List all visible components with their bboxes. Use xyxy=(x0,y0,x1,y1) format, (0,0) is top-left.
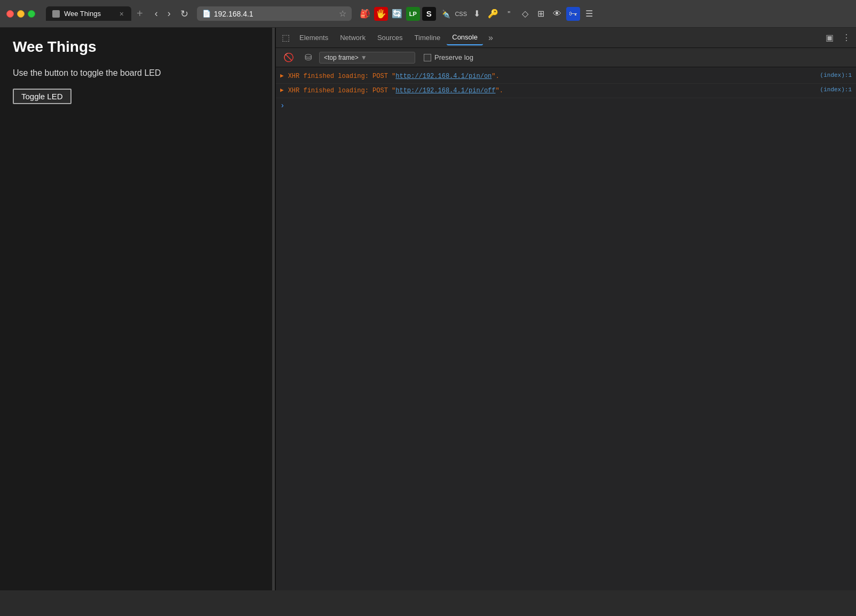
tab-more-button[interactable]: » xyxy=(484,31,497,45)
console-prompt-row: › xyxy=(276,98,856,113)
ext-stop-icon[interactable]: 🖐 xyxy=(374,7,388,21)
ext-eye-icon[interactable]: 👁 xyxy=(550,7,564,21)
devtools-toolbar-right: ▣ ⋮ xyxy=(822,30,854,45)
tab-elements[interactable]: Elements xyxy=(294,30,334,45)
ext-quote-icon[interactable]: " xyxy=(502,7,516,21)
page-title: Wee Things xyxy=(13,38,259,56)
nav-buttons: ‹ › ↻ xyxy=(150,6,193,22)
console-prompt-icon: › xyxy=(280,101,284,110)
preserve-log-label: Preserve log xyxy=(434,53,473,61)
console-clear-button[interactable]: 🚫 xyxy=(280,50,297,65)
ext-pen-icon[interactable]: ✒️ xyxy=(438,7,452,21)
preserve-log-checkbox[interactable] xyxy=(424,54,431,61)
back-button[interactable]: ‹ xyxy=(150,6,162,21)
ext-refresh-icon[interactable]: 🔄 xyxy=(390,7,404,21)
ext-menu-icon[interactable]: ☰ xyxy=(582,7,596,21)
ext-grid-icon[interactable]: ⊞ xyxy=(534,7,548,21)
ext-css-icon[interactable]: CSS xyxy=(454,7,468,21)
tab-page-icon xyxy=(52,10,60,18)
devtools-dock-button[interactable]: ▣ xyxy=(822,30,837,45)
page-content: Wee Things Use the button to toggle the … xyxy=(0,28,272,590)
minimize-button[interactable] xyxy=(17,10,25,18)
ext-key-icon[interactable]: 🔑 xyxy=(486,7,500,21)
tab-close-button[interactable]: × xyxy=(118,10,125,18)
ext-diamond-icon[interactable]: ◇ xyxy=(518,7,532,21)
new-tab-button[interactable]: + xyxy=(133,7,146,20)
console-entry-1: ▶ XHR finished loading: POST "http://192… xyxy=(276,69,856,84)
ext-pocket-icon[interactable]: ⬇ xyxy=(470,7,484,21)
tab-title: Wee Things xyxy=(64,10,101,18)
log-expand-arrow-1[interactable]: ▶ xyxy=(280,72,284,79)
tab-console[interactable]: Console xyxy=(447,30,483,45)
ext-lastpass-icon[interactable]: LP xyxy=(406,7,420,21)
log-text-2: XHR finished loading: POST "http://192.1… xyxy=(288,86,816,96)
frame-selector[interactable]: <top frame> ▼ xyxy=(319,52,415,64)
page-icon: 📄 xyxy=(202,10,211,18)
active-tab[interactable]: Wee Things × xyxy=(46,6,131,21)
address-bar-container[interactable]: 📄 ☆ xyxy=(197,6,352,21)
bookmark-icon[interactable]: ☆ xyxy=(339,9,346,19)
frame-selector-arrow-icon: ▼ xyxy=(361,54,367,61)
ext-bag-icon[interactable]: 🎒 xyxy=(358,7,372,21)
log-source-2[interactable]: (index):1 xyxy=(820,86,852,93)
devtools-more-button[interactable]: ⋮ xyxy=(839,30,854,45)
maximize-button[interactable] xyxy=(28,10,35,18)
ext-key2-icon[interactable]: 🗝 xyxy=(566,7,580,21)
address-input[interactable] xyxy=(214,10,336,18)
close-button[interactable] xyxy=(6,10,14,18)
tab-sources[interactable]: Sources xyxy=(372,30,408,45)
console-filter-button[interactable]: ⛁ xyxy=(302,50,315,65)
log-url-1[interactable]: http://192.168.4.1/pin/on xyxy=(395,73,492,80)
inspect-element-button[interactable]: ⬚ xyxy=(278,30,293,45)
devtools-tab-bar: ⬚ Elements Network Sources Timeline Cons… xyxy=(276,28,856,48)
extension-icons: 🎒 🖐 🔄 LP S ✒️ CSS ⬇ 🔑 " ◇ ⊞ 👁 🗝 ☰ xyxy=(358,7,596,21)
console-input[interactable] xyxy=(288,102,852,109)
tab-timeline[interactable]: Timeline xyxy=(409,30,446,45)
title-bar: Wee Things × + ‹ › ↻ 📄 ☆ 🎒 🖐 🔄 LP S ✒️ C… xyxy=(0,0,856,28)
devtools-panel: ⬚ Elements Network Sources Timeline Cons… xyxy=(275,28,856,590)
tab-area: Wee Things × + xyxy=(46,6,146,21)
log-source-1[interactable]: (index):1 xyxy=(820,72,852,78)
traffic-lights xyxy=(6,10,35,18)
ext-s-icon[interactable]: S xyxy=(422,7,436,21)
reload-button[interactable]: ↻ xyxy=(176,6,193,22)
log-text-1: XHR finished loading: POST "http://192.1… xyxy=(288,72,816,81)
log-url-2[interactable]: http://192.168.4.1/pin/off xyxy=(395,87,495,94)
page-description: Use the button to toggle the board LED xyxy=(13,68,259,78)
log-expand-arrow-2[interactable]: ▶ xyxy=(280,86,284,93)
console-filter-bar: 🚫 ⛁ <top frame> ▼ Preserve log xyxy=(276,48,856,67)
console-output: ▶ XHR finished loading: POST "http://192… xyxy=(276,67,856,590)
main-area: Wee Things Use the button to toggle the … xyxy=(0,28,856,590)
tab-network[interactable]: Network xyxy=(335,30,371,45)
toggle-led-button[interactable]: Toggle LED xyxy=(13,89,72,104)
forward-button[interactable]: › xyxy=(163,6,175,21)
preserve-log-wrap: Preserve log xyxy=(424,53,473,61)
console-entry-2: ▶ XHR finished loading: POST "http://192… xyxy=(276,84,856,98)
frame-selector-label: <top frame> xyxy=(324,54,359,61)
